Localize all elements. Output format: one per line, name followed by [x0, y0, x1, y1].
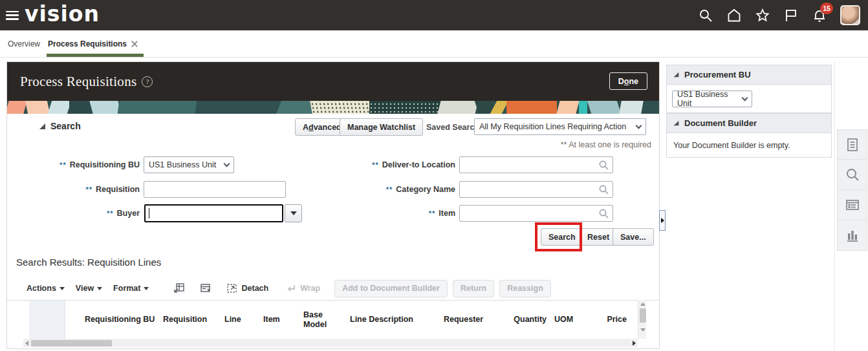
global-search-icon[interactable] [698, 8, 713, 23]
home-icon[interactable] [726, 8, 742, 23]
active-tab-underline [47, 54, 144, 57]
tab-close-icon[interactable] [131, 41, 137, 47]
notifications-bell-icon[interactable]: 15 [812, 8, 827, 23]
saved-search-value: All My Requisition Lines Requiring Actio… [479, 122, 626, 131]
results-title: Search Results: Requisition Lines [16, 257, 161, 268]
notification-count-badge: 15 [820, 3, 833, 14]
saved-search-label: Saved Search [426, 123, 479, 132]
scrollbar-thumb[interactable] [31, 340, 112, 346]
scroll-right-arrow[interactable] [633, 341, 636, 346]
wrap-button-disabled: Wrap [285, 282, 320, 294]
right-icon-rail [837, 129, 867, 251]
category-name-input[interactable] [459, 181, 613, 198]
reset-button[interactable]: Reset [580, 228, 617, 246]
view-menu[interactable]: View [76, 284, 102, 293]
brand-logo: vision [25, 1, 100, 27]
process-requisitions-panel: Process Requisitions ? Done [6, 61, 660, 349]
scroll-down-arrow[interactable] [640, 328, 646, 332]
scroll-up-arrow[interactable] [640, 303, 646, 306]
search-lov-icon[interactable] [598, 160, 609, 173]
horizontal-scrollbar[interactable] [23, 339, 638, 347]
page-header: Process Requisitions ? Done [7, 62, 659, 101]
collapse-triangle-icon [674, 72, 679, 78]
column-header[interactable]: Line [221, 301, 259, 339]
actions-menu[interactable]: Actions [27, 284, 65, 293]
saved-search-select[interactable]: All My Requisition Lines Requiring Actio… [474, 118, 646, 135]
search-section-title: Search [50, 121, 81, 131]
requisitioning-bu-select[interactable]: US1 Business Unit [144, 156, 234, 173]
chevron-down-icon [224, 161, 230, 167]
column-header[interactable]: Item [259, 301, 299, 339]
row-selector-column [30, 301, 65, 339]
detach-button[interactable]: Detach [226, 282, 268, 294]
search-section-header[interactable]: Search [39, 121, 81, 131]
wrap-icon [285, 282, 297, 294]
procurement-bu-select[interactable]: US1 Business Unit [672, 90, 752, 107]
deliver-to-location-label: **Deliver-to Location [279, 156, 455, 173]
decorative-banner [7, 101, 659, 114]
reassign-button: Reassign [499, 280, 551, 297]
required-note: ** At least one is required [561, 140, 651, 149]
save-button[interactable]: Save... [613, 228, 654, 246]
search-lov-icon[interactable] [598, 184, 609, 197]
column-header[interactable]: UOM [550, 301, 580, 339]
document-builder-empty-message: Your Document Builder is empty. [673, 141, 790, 150]
item-label: **Item [279, 205, 455, 222]
announcements-flag-icon[interactable] [783, 8, 799, 23]
search-button[interactable]: Search [541, 228, 583, 246]
tab-process-requisitions[interactable]: Process Requisitions [48, 30, 137, 57]
document-builder-section-header[interactable]: Document Builder [666, 113, 832, 133]
panel-list-icon[interactable] [837, 190, 867, 220]
column-header[interactable]: Quantity [506, 301, 550, 339]
bar-chart-icon[interactable] [837, 220, 867, 251]
menu-arrow-icon [60, 287, 65, 290]
page-title: Process Requisitions [20, 74, 136, 90]
manage-watchlist-button[interactable]: Manage Watchlist [340, 118, 423, 136]
document-builder-section-body: Your Document Builder is empty. [666, 133, 832, 158]
collapse-triangle-icon [39, 123, 45, 129]
chevron-down-icon [636, 123, 642, 129]
menu-arrow-icon [97, 287, 102, 290]
tab-overview[interactable]: Overview [8, 30, 40, 57]
scrollbar-thumb[interactable] [640, 308, 646, 323]
column-header[interactable]: Price [580, 301, 635, 339]
buyer-input[interactable] [144, 204, 283, 222]
return-button: Return [453, 280, 494, 297]
search-lov-icon[interactable] [598, 208, 609, 221]
format-menu[interactable]: Format [113, 284, 149, 293]
text-cursor [149, 208, 149, 218]
requisition-input[interactable] [144, 181, 286, 198]
splitter-arrow-icon [661, 218, 664, 223]
scroll-left-arrow[interactable] [25, 341, 28, 346]
vertical-scrollbar[interactable] [638, 300, 646, 339]
navigator-menu-icon[interactable] [6, 11, 19, 20]
right-rail-divider [834, 61, 835, 351]
zoom-icon[interactable] [837, 160, 867, 190]
buyer-label: **Buyer [7, 205, 140, 222]
chevron-down-icon [742, 95, 748, 101]
procurement-bu-section-header[interactable]: Procurement BU [666, 65, 832, 85]
help-icon[interactable]: ? [142, 76, 153, 87]
column-header[interactable]: Requester [440, 301, 506, 339]
document-icon[interactable] [837, 129, 867, 160]
row-handle-column [7, 301, 30, 339]
app-window: vision 15 Overview Proc [0, 0, 868, 351]
column-header[interactable]: Requisition [159, 301, 221, 339]
category-name-label: **Category Name [279, 181, 455, 198]
column-header[interactable]: Base Model [299, 301, 346, 339]
collapse-triangle-icon [674, 121, 679, 126]
results-toolbar: Actions View Format Detach Wrap [7, 278, 659, 299]
query-by-example-icon[interactable] [200, 282, 212, 294]
right-sidebar: Procurement BU US1 Business Unit Documen… [666, 65, 832, 158]
results-table-header: Requisitioning BU Requisition Line Item … [7, 300, 659, 339]
user-avatar[interactable] [840, 5, 860, 25]
column-header[interactable]: Requisitioning BU [65, 301, 159, 339]
deliver-to-location-input[interactable] [459, 156, 613, 173]
column-header[interactable]: Line Description [346, 301, 440, 339]
done-button[interactable]: Done [609, 72, 647, 90]
panel-splitter-handle[interactable] [659, 210, 666, 231]
favorites-star-icon[interactable] [755, 8, 770, 23]
item-input[interactable] [459, 205, 613, 222]
menu-arrow-icon [144, 287, 149, 290]
freeze-icon[interactable] [173, 282, 185, 294]
